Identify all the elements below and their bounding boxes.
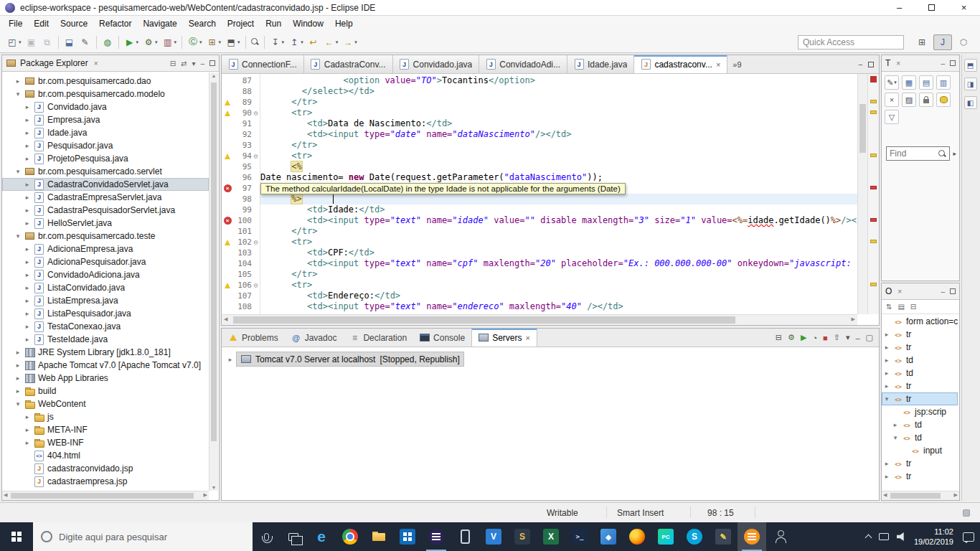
tree-item[interactable]: ▸CadastraEmpresaServlet.java [2, 191, 209, 204]
annotate-button[interactable]: ✎ [77, 35, 93, 50]
tree-item[interactable]: ▸Pesquisador.java [2, 139, 209, 152]
minimize-window-button[interactable]: – [883, 0, 915, 15]
expand-arrow-icon[interactable]: ▾ [892, 434, 899, 441]
outline-item[interactable]: ▸tr [882, 457, 958, 470]
view-menu-button[interactable]: ▾ [192, 60, 195, 67]
tree-item[interactable]: ▸AdicionaEmpresa.java [2, 242, 209, 255]
code-line[interactable]: %> [260, 194, 857, 204]
menu-refactor[interactable]: Refactor [93, 17, 137, 31]
back-button[interactable]: ←▾ [321, 35, 341, 50]
link-with-editor-button[interactable]: ⇄ [181, 60, 187, 67]
tree-item[interactable]: ▸Idade.java [2, 126, 209, 139]
code-line[interactable]: <td>CPF:</td> [260, 248, 857, 258]
fold-collapse-icon[interactable]: ⊖ [252, 238, 260, 246]
tree-item[interactable]: cadastraconvidado.jsp [2, 462, 209, 475]
code-line[interactable]: <option value="TO">Tocantins</option> [260, 75, 857, 86]
expand-arrow-icon[interactable]: ▸ [14, 387, 22, 395]
expand-arrow-icon[interactable]: ▸ [24, 181, 31, 188]
scrollbar-thumb[interactable] [859, 104, 866, 153]
outline-item[interactable]: ▸td [882, 354, 958, 367]
scroll-up-icon[interactable]: ▲ [209, 73, 218, 78]
taskbar-app-vscode[interactable] [479, 522, 508, 551]
new-java-class-button[interactable]: Ⓒ▾ [185, 35, 204, 50]
taskbar-app-eclipse-java[interactable] [738, 522, 766, 551]
code-line[interactable]: <tr> [260, 280, 857, 291]
tree-item[interactable]: ▸CadastraPesquisadorServlet.java [2, 204, 209, 217]
tree-item[interactable]: ▸JRE System Library [jdk1.8.0_181] [2, 346, 209, 359]
code-line[interactable]: </select></td> [260, 86, 857, 97]
view-tab-javadoc[interactable]: Javadoc [285, 329, 344, 347]
show-hidden-icons-button[interactable] [864, 534, 872, 542]
maximize-editor-button[interactable] [868, 62, 874, 67]
code-line[interactable]: <tr> [260, 108, 857, 118]
vertical-scrollbar[interactable] [857, 74, 867, 314]
tree-item[interactable]: 404.html [2, 449, 209, 462]
expand-more-button[interactable]: ▽ [885, 110, 899, 124]
debug-server-icon[interactable]: ⚙ [788, 333, 795, 342]
menu-project[interactable]: Project [222, 17, 260, 31]
scroll-left-icon[interactable]: ◀ [4, 492, 7, 498]
server-row[interactable]: ▸ Tomcat v7.0 Server at localhost [Stopp… [227, 352, 879, 366]
profile-server-icon[interactable]: ◔ [812, 334, 817, 342]
expand-arrow-icon[interactable]: ▸ [883, 331, 890, 338]
scrollbar-thumb[interactable] [211, 83, 217, 441]
vertical-scrollbar[interactable]: ▲ ▼ [209, 72, 218, 491]
scroll-right-icon[interactable]: ▶ [954, 492, 958, 498]
expand-arrow-icon[interactable]: ▸ [883, 460, 890, 467]
code-line[interactable]: <td>Data de Nascimento:</td> [260, 118, 857, 129]
tree-item[interactable]: ▾br.com.pesquisamercado.servlet [2, 165, 209, 178]
menu-search[interactable]: Search [183, 17, 222, 31]
horizontal-scrollbar[interactable]: ◀ ▶ [222, 314, 857, 325]
collapse-all-button[interactable]: ⊟ [170, 60, 176, 67]
menu-file[interactable]: File [3, 17, 28, 31]
view-tab-problems[interactable]: Problems [222, 329, 285, 347]
action-center-icon[interactable] [963, 532, 974, 542]
outline-item[interactable]: ▸tr [882, 380, 958, 392]
expand-arrow-icon[interactable]: ▸ [24, 336, 31, 343]
taskbar-app-eclipse-ide[interactable] [422, 522, 451, 551]
delete-button[interactable]: × [885, 93, 899, 107]
view-tab-servers[interactable]: Servers× [471, 329, 537, 347]
tree-item[interactable]: cadastraempresa.jsp [2, 475, 209, 488]
expand-arrow-icon[interactable]: ▸ [24, 103, 31, 110]
java-ee-perspective-button[interactable]: J [933, 34, 952, 50]
new-web-wizard-button[interactable]: ◍ [100, 35, 116, 50]
expand-arrow-icon[interactable]: ▸ [883, 344, 890, 351]
maximize-window-button[interactable] [915, 0, 948, 15]
paint-button[interactable]: ▨ [902, 93, 916, 107]
expand-arrow-icon[interactable]: ▾ [14, 90, 22, 98]
find-box[interactable]: Find [886, 146, 950, 161]
tree-item[interactable]: ▸ProjetoPesquisa.java [2, 152, 209, 165]
task-view-button[interactable] [280, 522, 307, 551]
sort-icon[interactable]: ⇅ [886, 303, 892, 311]
expand-arrow-icon[interactable]: ▸ [24, 194, 31, 201]
expand-arrow-icon[interactable]: ▸ [24, 116, 31, 123]
volume-tray-icon[interactable] [897, 532, 906, 541]
horizontal-scrollbar[interactable]: ◀ ▶ [2, 491, 209, 500]
editor-tab[interactable]: Convidado.java [393, 55, 480, 73]
taskbar-app-microsoft-store[interactable] [393, 522, 422, 551]
tree-item[interactable]: ▸META-INF [2, 423, 209, 436]
publish-server-icon[interactable]: ⇧ [834, 333, 840, 342]
expand-arrow-icon[interactable]: ▸ [24, 323, 31, 330]
outline-item[interactable]: ▾tr [882, 392, 958, 405]
expand-arrow-icon[interactable]: ▸ [24, 129, 31, 136]
start-server-icon[interactable]: ▶ [801, 333, 806, 342]
table-grid-button[interactable]: ▦ [902, 75, 916, 90]
tree-item[interactable]: ▸ConvidadoAdiciona.java [2, 268, 209, 281]
coverage-button[interactable]: ▥▾ [160, 35, 179, 50]
tree-item[interactable]: ▸TestaConexao.java [2, 320, 209, 333]
code-line[interactable]: </tr> [260, 269, 857, 280]
minimize-view-button[interactable]: – [941, 60, 945, 67]
expand-arrow-icon[interactable]: ▸ [883, 369, 890, 377]
menu-source[interactable]: Source [55, 17, 93, 31]
code-line[interactable]: <% [260, 161, 857, 172]
code-line[interactable]: Date nascimento= new Date(request.getPar… [260, 172, 857, 183]
tree-item[interactable]: ▸AdicionaPesquisador.java [2, 255, 209, 268]
collapse-all-icon[interactable]: ⊟ [910, 303, 916, 311]
expand-arrow-icon[interactable]: ▸ [24, 142, 31, 149]
fold-collapse-icon[interactable]: ⊖ [252, 152, 260, 160]
code-line[interactable]: <tr> [260, 237, 857, 248]
open-perspective-button[interactable]: ⊞ [913, 34, 931, 50]
previous-annotation-button[interactable]: ↥▾ [286, 35, 306, 50]
